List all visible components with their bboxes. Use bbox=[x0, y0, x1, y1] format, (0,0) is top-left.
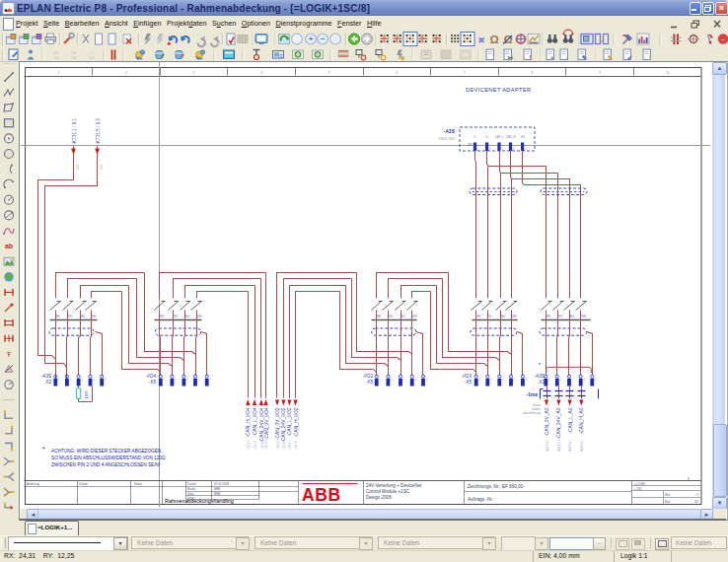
svg-text:7: 7 bbox=[24, 477, 26, 481]
svg-text:Datum: Datum bbox=[79, 482, 88, 486]
svg-text:.X1: .X1 bbox=[538, 380, 545, 385]
svg-text:-A3S: -A3S bbox=[41, 374, 51, 379]
svg-text:= 1SC: = 1SC bbox=[634, 487, 642, 491]
svg-text:ZWISCHEN PIN 2 UND 4 ANGESCHLO: ZWISCHEN PIN 2 UND 4 ANGESCHLOSSEN SEIN! bbox=[51, 462, 160, 467]
svg-text:-1me: -1me bbox=[526, 391, 538, 397]
svg-text:-CAN_L_I/O2: -CAN_L_I/O2 bbox=[287, 407, 292, 437]
svg-text:V-: V- bbox=[473, 135, 476, 139]
svg-text:12: 12 bbox=[72, 55, 77, 60]
svg-text:Zeichnungs.-Nr.: EF 660,00-: Zeichnungs.-Nr.: EF 660,00- bbox=[468, 484, 525, 489]
svg-text:8: 8 bbox=[532, 71, 534, 75]
svg-text:10: 10 bbox=[666, 71, 670, 75]
svg-text:10: 10 bbox=[54, 55, 59, 60]
svg-text:!: ! bbox=[648, 54, 650, 61]
svg-text:RD: RD bbox=[68, 315, 73, 318]
svg-text:SO MUSS EIN ABSCHLUSSWIDERSTAN: SO MUSS EIN ABSCHLUSSWIDERSTAND VON 120Ω bbox=[51, 456, 166, 460]
svg-text:MHB: MHB bbox=[214, 487, 220, 491]
svg-text:◌: ◌ bbox=[333, 35, 337, 42]
svg-text:-A3S: -A3S bbox=[535, 374, 545, 379]
svg-text:CAN_H: CAN_H bbox=[505, 135, 515, 139]
svg-text:V+: V+ bbox=[485, 135, 489, 139]
svg-text:-120R: -120R bbox=[85, 390, 89, 400]
svg-text:Rahmenabdeckungshandling: Rahmenabdeckungshandling bbox=[165, 498, 234, 504]
svg-text:-CAN_L_I/O4: -CAN_L_I/O4 bbox=[253, 407, 257, 437]
svg-text:2: 2 bbox=[125, 71, 127, 75]
svg-text:Name: Name bbox=[134, 482, 142, 486]
svg-text:/ 10.6 /: / 10.6 / bbox=[247, 441, 251, 450]
svg-text:ABB: ABB bbox=[302, 485, 341, 505]
svg-text:24V-Verteilung + DeviceNet: 24V-Verteilung + DeviceNet bbox=[366, 483, 422, 488]
svg-text:RD: RD bbox=[558, 315, 563, 318]
svg-text:-CAN_0V_I/O2: -CAN_0V_I/O2 bbox=[275, 407, 280, 440]
svg-text:BU: BU bbox=[185, 315, 189, 318]
svg-text:Bearb.:: Bearb.: bbox=[187, 487, 196, 491]
svg-text:Ω: Ω bbox=[489, 34, 498, 45]
svg-text:9: 9 bbox=[599, 71, 601, 75]
svg-text:✂: ✂ bbox=[508, 54, 514, 61]
svg-text:Design 2006: Design 2006 bbox=[366, 495, 392, 500]
svg-text:CAN_L: CAN_L bbox=[494, 135, 504, 139]
svg-text:RD: RD bbox=[389, 315, 394, 318]
svg-text:+A0/21.5 /: +A0/21.5 / bbox=[557, 440, 561, 453]
svg-text:✔: ✔ bbox=[627, 54, 632, 61]
svg-text:✎: ✎ bbox=[608, 54, 613, 61]
svg-text:!: ! bbox=[529, 54, 531, 61]
svg-text:-A3S: -A3S bbox=[444, 128, 456, 134]
svg-text:WH: WH bbox=[581, 315, 586, 318]
svg-text:-CAN_0V_A0: -CAN_0V_A0 bbox=[545, 407, 549, 437]
svg-text:-I/O4: -I/O4 bbox=[146, 374, 157, 379]
svg-text:Gepr.:: Gepr.: bbox=[187, 492, 195, 496]
svg-text:-CAN_H_A0: -CAN_H_A0 bbox=[579, 407, 584, 434]
svg-text:3: 3 bbox=[193, 71, 195, 75]
svg-text:12: 12 bbox=[90, 55, 95, 60]
svg-text:↔: ↔ bbox=[599, 36, 606, 43]
svg-text:RD: RD bbox=[174, 315, 179, 318]
svg-text:= LOGIK: = LOGIK bbox=[634, 482, 645, 486]
svg-text:6: 6 bbox=[396, 71, 398, 75]
svg-text:BU: BU bbox=[569, 315, 573, 318]
svg-text:+A0/21.5 /: +A0/21.5 / bbox=[568, 440, 572, 453]
svg-text:5: 5 bbox=[328, 71, 330, 75]
svg-text:-CAN_0V_I/O4: -CAN_0V_I/O4 bbox=[264, 407, 269, 440]
svg-text:132: 132 bbox=[694, 500, 699, 504]
svg-text:/ 10.6 /: / 10.6 / bbox=[260, 441, 264, 450]
svg-text:-KT31:1 / 9.1: -KT31:1 / 9.1 bbox=[72, 117, 77, 144]
svg-text:‒: ‒ bbox=[720, 35, 725, 42]
svg-text:MHB: MHB bbox=[214, 492, 220, 496]
svg-text:4: 4 bbox=[260, 71, 262, 75]
svg-text:ab: ab bbox=[5, 243, 13, 249]
svg-text:■: ■ bbox=[551, 54, 555, 61]
svg-text:+A0/21.5 /: +A0/21.5 / bbox=[580, 440, 584, 453]
svg-text:/ 10.6 /: / 10.6 / bbox=[294, 441, 298, 450]
svg-text:.X2: .X2 bbox=[44, 380, 51, 385]
svg-text:Control Module +1SC: Control Module +1SC bbox=[366, 489, 410, 494]
svg-text:BU: BU bbox=[81, 315, 85, 318]
svg-text:Ŧ: Ŧ bbox=[7, 350, 12, 359]
svg-text:durchführung: durchführung bbox=[523, 411, 541, 415]
svg-text:-I/O2: -I/O2 bbox=[363, 374, 374, 379]
svg-text:/ 10.6 /: / 10.6 / bbox=[254, 441, 257, 450]
svg-text:Auftrags.-Nr.:: Auftrags.-Nr.: bbox=[468, 497, 494, 502]
svg-text:ACHTUNG: WIRD DIESER STECKER A: ACHTUNG: WIRD DIESER STECKER ABGEZOGEN, bbox=[51, 449, 163, 454]
svg-text:-CAN_H_I/O2: -CAN_H_I/O2 bbox=[294, 407, 299, 437]
svg-text:Datum: Datum bbox=[187, 482, 196, 486]
svg-text:−: − bbox=[321, 35, 326, 43]
svg-text:DSQC 651: DSQC 651 bbox=[439, 137, 456, 141]
svg-text:-CAN_H_I/O4: -CAN_H_I/O4 bbox=[246, 407, 251, 437]
svg-text:/ 10.6 /: / 10.6 / bbox=[264, 441, 268, 450]
svg-text:✖: ✖ bbox=[477, 35, 485, 45]
svg-text:✎: ✎ bbox=[582, 54, 587, 61]
svg-text:WH: WH bbox=[412, 315, 417, 318]
svg-text:+: + bbox=[309, 35, 314, 43]
svg-text:7: 7 bbox=[464, 71, 466, 75]
svg-text:≡: ≡ bbox=[279, 53, 283, 59]
svg-text:Blatt: Blatt bbox=[665, 493, 670, 497]
svg-text:Blatt: Blatt bbox=[665, 500, 670, 504]
svg-text:BU: BU bbox=[501, 315, 505, 318]
svg-text:✕: ✕ bbox=[125, 36, 133, 46]
svg-text:Änderung: Änderung bbox=[27, 482, 39, 486]
svg-text:-X5: -X5 bbox=[465, 380, 473, 385]
svg-text:-I/O3: -I/O3 bbox=[462, 374, 473, 379]
svg-text:↓: ↓ bbox=[565, 54, 568, 61]
svg-text:-X5: -X5 bbox=[149, 380, 157, 385]
